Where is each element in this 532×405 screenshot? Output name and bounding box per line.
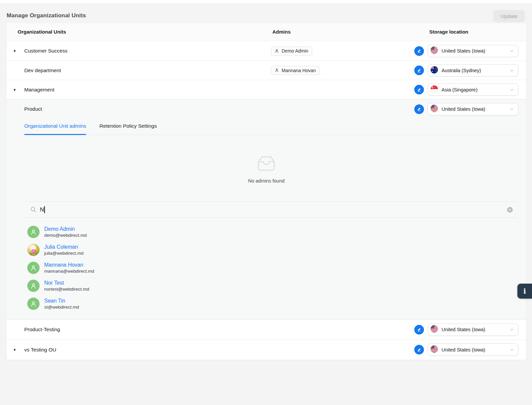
user-name-link[interactable]: Demo Admin — [44, 226, 87, 232]
storage-location-value: United States (Iowa) — [442, 347, 506, 352]
chevron-down-icon — [509, 347, 514, 352]
user-avatar — [27, 244, 40, 256]
info-button[interactable]: i — [517, 284, 532, 299]
admin-chip-label: Mannana Hovan — [282, 68, 316, 73]
admin-chip-label: Demo Admin — [282, 48, 308, 54]
top-strip — [0, 0, 532, 3]
user-name-link[interactable]: Nor Test — [44, 280, 89, 286]
user-list-item[interactable]: Mannana Hovan mannana@webdirect.md — [27, 259, 526, 277]
flag-icon — [431, 66, 438, 75]
ou-row[interactable]: vs Testing OU United States (Iowa) — [7, 339, 526, 359]
empty-state-text: No admins found — [7, 178, 526, 184]
user-name-link[interactable]: Julia Coleman — [44, 244, 83, 250]
storage-location-dropdown[interactable]: Asia (Singapore) — [428, 83, 518, 96]
user-email: nortest@webdirect.md — [44, 287, 89, 292]
empty-state: No admins found — [7, 135, 526, 202]
user-email: julia@webdirect.md — [44, 251, 83, 256]
user-name-link[interactable]: Mannana Hovan — [44, 262, 94, 268]
chevron-down-icon — [509, 107, 514, 111]
ou-name: Dev department — [24, 68, 61, 73]
admins-cell: Demo Admin — [271, 41, 312, 61]
admins-cell: Mannana Hovan — [271, 61, 320, 80]
ou-name: Product-Testing — [24, 327, 60, 333]
storage-location-value: United States (Iowa) — [442, 48, 506, 54]
flag-icon — [431, 345, 438, 354]
edit-storage-button[interactable] — [414, 85, 424, 94]
storage-cell: United States (Iowa) — [414, 99, 518, 119]
ou-name: Management — [24, 87, 54, 93]
edit-storage-button[interactable] — [414, 325, 424, 335]
ou-row[interactable]: Customer Success Demo Admin United State… — [7, 41, 526, 61]
empty-tray-icon — [257, 154, 276, 173]
user-list-item[interactable]: Sean Tin st@webdirect.md — [27, 295, 526, 313]
search-value: N — [40, 206, 44, 213]
ou-rows-bottom: Product-Testing United States (Iowa) — [7, 320, 526, 359]
text-caret — [44, 206, 45, 213]
flag-icon — [431, 325, 438, 334]
ou-name: Customer Success — [24, 48, 67, 54]
storage-location-value: United States (Iowa) — [442, 106, 506, 112]
chevron-down-icon — [509, 49, 514, 53]
user-email: mannana@webdirect.md — [44, 269, 94, 274]
edit-storage-button[interactable] — [414, 66, 424, 75]
search-icon — [30, 206, 37, 213]
ou-name: Product — [24, 106, 42, 112]
column-header-storage: Storage location — [429, 29, 468, 35]
column-header-admins: Admins — [272, 29, 291, 35]
admin-search-bar[interactable]: N ✕ — [26, 202, 517, 218]
user-email: demo@webdirect.md — [44, 233, 87, 238]
person-icon — [274, 68, 279, 73]
admin-chip[interactable]: Demo Admin — [271, 47, 312, 56]
tab-retention-policy-settings[interactable]: Retention Policy Settings — [99, 119, 157, 135]
storage-cell: Asia (Singapore) — [414, 80, 518, 99]
storage-location-dropdown[interactable]: Australia (Sydney) — [428, 64, 518, 76]
user-list-item[interactable]: Julia Coleman julia@webdirect.md — [27, 241, 526, 259]
chevron-down-icon — [509, 87, 514, 92]
storage-cell: United States (Iowa) — [414, 320, 518, 339]
user-list-item[interactable]: Demo Admin demo@webdirect.md — [27, 223, 526, 241]
clear-search-icon[interactable]: ✕ — [507, 207, 513, 212]
storage-location-value: Australia (Sydney) — [442, 68, 506, 73]
edit-storage-button[interactable] — [414, 46, 424, 56]
product-expanded-panel: Product United States (Iowa) Org — [7, 99, 526, 320]
search-input[interactable]: N — [40, 206, 45, 213]
flag-icon — [431, 85, 438, 94]
update-button[interactable]: Update — [493, 10, 525, 22]
storage-location-value: Asia (Singapore) — [442, 87, 506, 92]
tab-organizational-unit-admins[interactable]: Organizational Unit admins — [24, 119, 86, 135]
storage-location-value: United States (Iowa) — [442, 327, 506, 332]
ou-row[interactable]: Product United States (Iowa) — [7, 99, 526, 119]
org-units-card: Organizational Units Admins Storage loca… — [7, 23, 526, 360]
user-list-item[interactable]: Nor Test nortest@webdirect.md — [27, 277, 526, 295]
user-email: st@webdirect.md — [44, 305, 79, 310]
expand-arrow-icon[interactable] — [14, 348, 16, 351]
admin-chip[interactable]: Mannana Hovan — [271, 66, 320, 75]
chevron-down-icon — [509, 68, 514, 73]
tab-bar: Organizational Unit admins Retention Pol… — [24, 119, 518, 135]
column-header-org-units: Organizational Units — [18, 29, 66, 35]
ou-row[interactable]: Dev department Mannana Hovan Australia (… — [7, 61, 526, 80]
chevron-down-icon — [509, 327, 514, 332]
ou-row[interactable]: Product-Testing United States (Iowa) — [7, 320, 526, 339]
ou-row[interactable]: Management Asia (Singapore) — [7, 80, 526, 99]
storage-location-dropdown[interactable]: United States (Iowa) — [428, 324, 518, 336]
user-avatar — [27, 226, 40, 238]
storage-location-dropdown[interactable]: United States (Iowa) — [428, 103, 518, 115]
page-title: Manage Organizational Units — [7, 12, 86, 19]
storage-location-dropdown[interactable]: United States (Iowa) — [428, 343, 518, 356]
ou-name: vs Testing OU — [24, 347, 56, 353]
edit-storage-button[interactable] — [414, 345, 424, 354]
table-header-row: Organizational Units Admins Storage loca… — [7, 23, 526, 41]
flag-icon — [431, 105, 438, 113]
user-avatar — [27, 262, 40, 274]
storage-location-dropdown[interactable]: United States (Iowa) — [428, 45, 518, 57]
ou-rows-top: Customer Success Demo Admin United State… — [7, 41, 526, 99]
user-avatar — [27, 298, 40, 310]
storage-cell: United States (Iowa) — [414, 41, 518, 61]
expand-arrow-icon[interactable] — [14, 88, 16, 91]
storage-cell: United States (Iowa) — [414, 340, 518, 359]
user-name-link[interactable]: Sean Tin — [44, 298, 79, 304]
edit-storage-button[interactable] — [414, 104, 424, 114]
expand-arrow-icon[interactable] — [14, 50, 16, 52]
admin-suggestions-list: Demo Admin demo@webdirect.md Julia Colem… — [7, 218, 526, 319]
